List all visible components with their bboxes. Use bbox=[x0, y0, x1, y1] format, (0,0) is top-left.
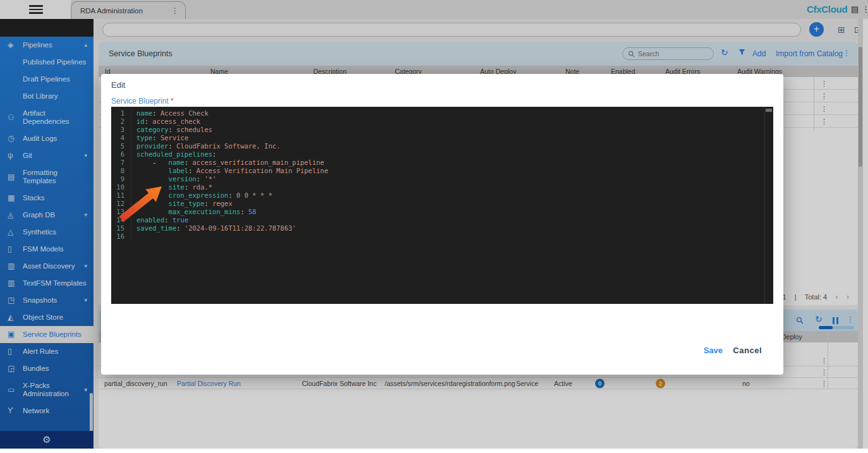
line-number: 10 bbox=[111, 183, 131, 191]
code-line: 5provider: CloudFabrix Software, Inc. bbox=[111, 142, 773, 150]
code-token: access_check bbox=[152, 118, 200, 125]
code-content: version: '*' bbox=[136, 175, 216, 183]
code-token: category bbox=[136, 126, 169, 133]
code-content: site: rda.* bbox=[136, 183, 212, 191]
line-number: 3 bbox=[111, 126, 131, 134]
code-token bbox=[136, 167, 169, 174]
code-token: : bbox=[152, 109, 160, 117]
code-token: 0 0 * * * bbox=[236, 191, 272, 199]
line-number: 9 bbox=[111, 175, 131, 183]
code-token: : bbox=[176, 224, 184, 232]
code-token: saved_time bbox=[136, 224, 176, 232]
line-number: 8 bbox=[111, 167, 131, 175]
code-token: : bbox=[169, 126, 177, 133]
line-number: 5 bbox=[111, 142, 131, 150]
code-token: : bbox=[204, 200, 212, 207]
code-token: Service bbox=[160, 134, 188, 142]
line-number: 7 bbox=[111, 159, 131, 167]
code-token: - bbox=[136, 159, 169, 166]
code-token: : bbox=[240, 208, 248, 215]
code-content: scheduled_pipelines: bbox=[136, 150, 216, 159]
code-content: - name: access_verification_main_pipelin… bbox=[136, 159, 324, 167]
code-token bbox=[136, 191, 169, 199]
code-content: max_execution_mins: 58 bbox=[136, 208, 256, 216]
code-token: 58 bbox=[248, 208, 256, 215]
code-line: 16 bbox=[111, 233, 773, 241]
code-content: cron_expression: 0 0 * * * bbox=[136, 191, 272, 200]
code-line: 11 cron_expression: 0 0 * * * bbox=[111, 191, 773, 200]
code-line: 14enabled: true bbox=[111, 216, 773, 224]
code-line: 10 site: rda.* bbox=[111, 183, 773, 191]
code-content: provider: CloudFabrix Software, Inc. bbox=[136, 142, 280, 150]
code-token: regex bbox=[212, 200, 232, 207]
code-token: : bbox=[184, 159, 193, 166]
code-content: name: Access Check bbox=[136, 109, 208, 118]
code-content: label: Access Verification Main Pipeline bbox=[136, 167, 328, 175]
line-number: 11 bbox=[111, 191, 131, 200]
required-asterisk: * bbox=[171, 97, 174, 106]
code-token: scheduled_pipelines bbox=[136, 150, 212, 158]
code-token: site bbox=[169, 183, 184, 191]
field-label: Service Blueprint * bbox=[111, 97, 174, 106]
code-line: 2id: access_check bbox=[111, 118, 773, 126]
modal-title: Edit bbox=[111, 80, 125, 90]
code-token: id bbox=[136, 118, 145, 125]
code-token: '*' bbox=[205, 175, 217, 183]
code-content: enabled: true bbox=[136, 216, 188, 224]
code-token bbox=[136, 183, 169, 191]
code-line: 6scheduled_pipelines: bbox=[111, 150, 773, 159]
code-token: cron_expression bbox=[169, 191, 229, 199]
code-line: 15saved_time: '2024-09-16T11:28:22.78786… bbox=[111, 224, 773, 233]
code-content: site_type: regex bbox=[136, 200, 232, 208]
line-number: 15 bbox=[111, 224, 131, 233]
code-token: site_type bbox=[169, 200, 205, 207]
code-token: rda.* bbox=[193, 183, 213, 191]
code-content: type: Service bbox=[136, 134, 188, 142]
code-token: max_execution_mins bbox=[169, 208, 241, 215]
line-number: 13 bbox=[111, 208, 131, 216]
code-token: : bbox=[184, 183, 193, 191]
code-token: : bbox=[169, 142, 177, 150]
app-root: RDA Administration ⋮ CfxCloud ▤ ⋮ + ⊞ ⊡ … bbox=[0, 0, 868, 453]
code-token: : bbox=[145, 118, 153, 125]
code-token: provider bbox=[136, 142, 169, 150]
code-content: saved_time: '2024-09-16T11:28:22.787863' bbox=[136, 224, 296, 233]
code-token: : bbox=[152, 134, 160, 142]
code-token: CloudFabrix Software, Inc. bbox=[176, 142, 280, 150]
code-line: 13 max_execution_mins: 58 bbox=[111, 208, 773, 216]
yaml-editor[interactable]: 1name: Access Check2id: access_check3cat… bbox=[111, 107, 773, 304]
code-token: schedules bbox=[176, 126, 212, 133]
code-token: label bbox=[169, 167, 189, 174]
code-content: category: schedules bbox=[136, 126, 212, 134]
field-label-text: Service Blueprint bbox=[111, 97, 169, 106]
code-token bbox=[136, 208, 169, 215]
code-token bbox=[136, 175, 169, 183]
editor-scroll-track bbox=[764, 107, 765, 304]
edit-modal: Edit Service Blueprint * 1name: Access C… bbox=[101, 74, 783, 375]
editor-scroll-thumb[interactable] bbox=[766, 109, 772, 112]
code-line: 4type: Service bbox=[111, 134, 773, 142]
code-token: : bbox=[196, 175, 205, 183]
line-number: 1 bbox=[111, 109, 131, 118]
code-line: 12 site_type: regex bbox=[111, 200, 773, 208]
line-number: 16 bbox=[111, 233, 131, 241]
code-token: access_verification_main_pipeline bbox=[193, 159, 325, 166]
line-number: 2 bbox=[111, 118, 131, 126]
code-token: true bbox=[172, 216, 188, 224]
code-line: 8 label: Access Verification Main Pipeli… bbox=[111, 167, 773, 175]
code-content: id: access_check bbox=[136, 118, 200, 126]
code-line: 7 - name: access_verification_main_pipel… bbox=[111, 159, 773, 167]
code-token: Access Check bbox=[160, 109, 208, 117]
code-token: '2024-09-16T11:28:22.787863' bbox=[184, 224, 296, 232]
line-number: 6 bbox=[111, 150, 131, 159]
line-number: 4 bbox=[111, 134, 131, 142]
cancel-button[interactable]: Cancel bbox=[733, 346, 762, 355]
line-number: 14 bbox=[111, 216, 131, 224]
code-token: enabled bbox=[136, 216, 164, 224]
save-button[interactable]: Save bbox=[704, 346, 723, 355]
code-token: Access Verification Main Pipeline bbox=[196, 167, 329, 174]
code-token: type bbox=[136, 134, 152, 142]
code-token: name bbox=[136, 109, 152, 117]
code-token: name bbox=[169, 159, 184, 166]
code-token: : bbox=[164, 216, 172, 224]
